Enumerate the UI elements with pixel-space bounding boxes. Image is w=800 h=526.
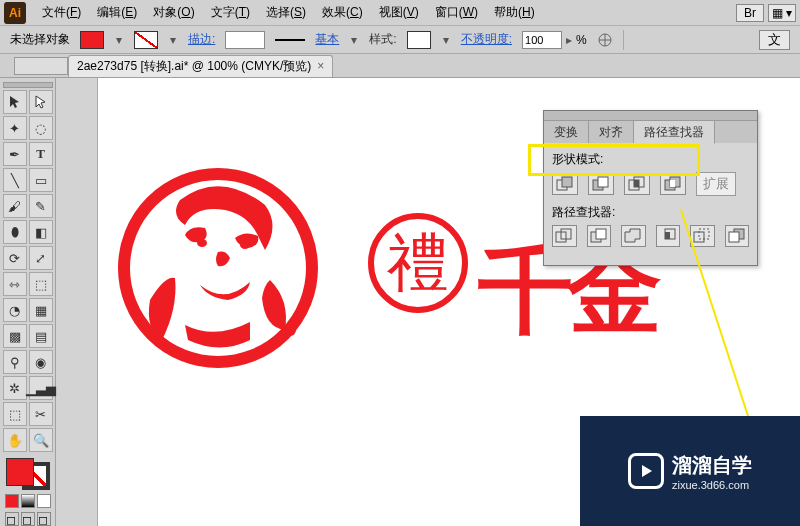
pathfinder-divide[interactable]: [552, 225, 577, 247]
close-icon[interactable]: ×: [317, 59, 324, 73]
style-label: 样式:: [369, 31, 396, 48]
recolor-art-icon[interactable]: [597, 32, 613, 48]
tab-align[interactable]: 对齐: [589, 121, 634, 143]
shape-mode-exclude[interactable]: [660, 173, 686, 195]
symbol-sprayer-tool[interactable]: ✲: [3, 376, 27, 400]
rotate-tool[interactable]: ⟳: [3, 246, 27, 270]
pathfinder-panel[interactable]: 变换 对齐 路径查找器 形状模式: 扩展 路径查找器:: [543, 110, 758, 266]
document-tab[interactable]: 2ae273d75 [转换].ai* @ 100% (CMYK/预览) ×: [68, 55, 333, 77]
lasso-tool[interactable]: ◌: [29, 116, 53, 140]
tab-pathfinder[interactable]: 路径查找器: [634, 121, 715, 144]
free-transform-tool[interactable]: ⬚: [29, 272, 53, 296]
svg-rect-13: [670, 180, 675, 187]
opacity-stepper[interactable]: ▸: [564, 31, 574, 49]
basic-appearance-label[interactable]: 基本: [315, 31, 339, 48]
hand-tool[interactable]: ✋: [3, 428, 27, 452]
document-tab-label: 2ae273d75 [转换].ai* @ 100% (CMYK/预览): [77, 58, 311, 75]
slice-tool[interactable]: ✂: [29, 402, 53, 426]
magic-wand-tool[interactable]: ✦: [3, 116, 27, 140]
style-swatch[interactable]: [407, 31, 431, 49]
opacity-input[interactable]: [522, 31, 562, 49]
type-tool[interactable]: T: [29, 142, 53, 166]
menu-file[interactable]: 文件(F): [34, 0, 89, 25]
menu-help[interactable]: 帮助(H): [486, 0, 543, 25]
pathfinder-outline[interactable]: [690, 225, 715, 247]
perspective-grid-tool[interactable]: ▦: [29, 298, 53, 322]
shape-modes-row: 扩展: [552, 172, 749, 196]
pencil-tool[interactable]: ✎: [29, 194, 53, 218]
arrange-documents-button[interactable]: ▦ ▾: [768, 4, 796, 22]
chevron-down-icon[interactable]: ▾: [349, 31, 359, 49]
zoom-tool[interactable]: 🔍: [29, 428, 53, 452]
pathfinder-merge[interactable]: [621, 225, 646, 247]
tab-well-left[interactable]: [14, 57, 68, 75]
chevron-down-icon[interactable]: ▾: [441, 31, 451, 49]
panel-grip[interactable]: [3, 82, 53, 88]
menu-window[interactable]: 窗口(W): [427, 0, 486, 25]
chevron-down-icon[interactable]: ▾: [168, 31, 178, 49]
color-mode-button[interactable]: [5, 494, 19, 508]
tab-transform[interactable]: 变换: [544, 121, 589, 143]
direct-selection-tool[interactable]: [29, 90, 53, 114]
selection-status: 未选择对象: [10, 31, 70, 48]
shape-mode-minus-front[interactable]: [588, 173, 614, 195]
play-icon: [628, 453, 664, 489]
app-logo: Ai: [4, 2, 26, 24]
draw-inside-button[interactable]: ◻: [37, 512, 51, 526]
rectangle-tool[interactable]: ▭: [29, 168, 53, 192]
stroke-weight-input[interactable]: [225, 31, 265, 49]
fill-swatch[interactable]: [80, 31, 104, 49]
seal-character: 禮: [368, 213, 468, 313]
menu-select[interactable]: 选择(S): [258, 0, 314, 25]
draw-normal-button[interactable]: ◻: [5, 512, 19, 526]
brush-thumbnail[interactable]: [275, 36, 305, 44]
draw-behind-button[interactable]: ◻: [21, 512, 35, 526]
menu-object[interactable]: 对象(O): [145, 0, 202, 25]
svg-rect-19: [665, 232, 670, 239]
bridge-button[interactable]: Br: [736, 4, 764, 22]
panel-grip[interactable]: [544, 111, 757, 121]
eyedropper-tool[interactable]: ⚲: [3, 350, 27, 374]
document-tab-bar: 2ae273d75 [转换].ai* @ 100% (CMYK/预览) ×: [0, 54, 800, 78]
pathfinder-trim[interactable]: [587, 225, 612, 247]
scale-tool[interactable]: ⤢: [29, 246, 53, 270]
selection-tool[interactable]: [3, 90, 27, 114]
mesh-tool[interactable]: ▩: [3, 324, 27, 348]
canvas[interactable]: 禮 千金 变换 对齐 路径查找器 形状模式: 扩展 路径查找器: [98, 78, 800, 526]
chevron-down-icon[interactable]: ▾: [114, 31, 124, 49]
blob-brush-tool[interactable]: ⬮: [3, 220, 27, 244]
shape-mode-intersect[interactable]: [624, 173, 650, 195]
svg-rect-10: [634, 180, 639, 187]
menu-edit[interactable]: 编辑(E): [89, 0, 145, 25]
fill-indicator[interactable]: [6, 458, 34, 486]
svg-point-2: [240, 241, 250, 249]
shape-mode-unite[interactable]: [552, 173, 578, 195]
menu-effect[interactable]: 效果(C): [314, 0, 371, 25]
menu-view[interactable]: 视图(V): [371, 0, 427, 25]
width-tool[interactable]: ⇿: [3, 272, 27, 296]
blend-tool[interactable]: ◉: [29, 350, 53, 374]
bridge-icon: Br: [744, 6, 756, 20]
svg-rect-5: [562, 177, 572, 187]
line-tool[interactable]: ╲: [3, 168, 27, 192]
ruler-gutter: [56, 78, 98, 526]
watermark-title: 溜溜自学: [672, 452, 752, 479]
expand-button[interactable]: 扩展: [696, 172, 736, 196]
eraser-tool[interactable]: ◧: [29, 220, 53, 244]
gradient-tool[interactable]: ▤: [29, 324, 53, 348]
pathfinder-minus-back[interactable]: [725, 225, 750, 247]
menu-type[interactable]: 文字(T): [203, 0, 258, 25]
right-button[interactable]: 文: [759, 30, 790, 50]
stroke-swatch[interactable]: [134, 31, 158, 49]
pen-tool[interactable]: ✒: [3, 142, 27, 166]
stroke-label[interactable]: 描边:: [188, 31, 215, 48]
column-graph-tool[interactable]: ▁▃▅: [29, 376, 53, 400]
gradient-mode-button[interactable]: [21, 494, 35, 508]
shape-builder-tool[interactable]: ◔: [3, 298, 27, 322]
pathfinder-crop[interactable]: [656, 225, 681, 247]
none-mode-button[interactable]: [37, 494, 51, 508]
paintbrush-tool[interactable]: 🖌: [3, 194, 27, 218]
opacity-label[interactable]: 不透明度:: [461, 31, 512, 48]
fill-stroke-indicator[interactable]: [6, 458, 50, 490]
artboard-tool[interactable]: ⬚: [3, 402, 27, 426]
